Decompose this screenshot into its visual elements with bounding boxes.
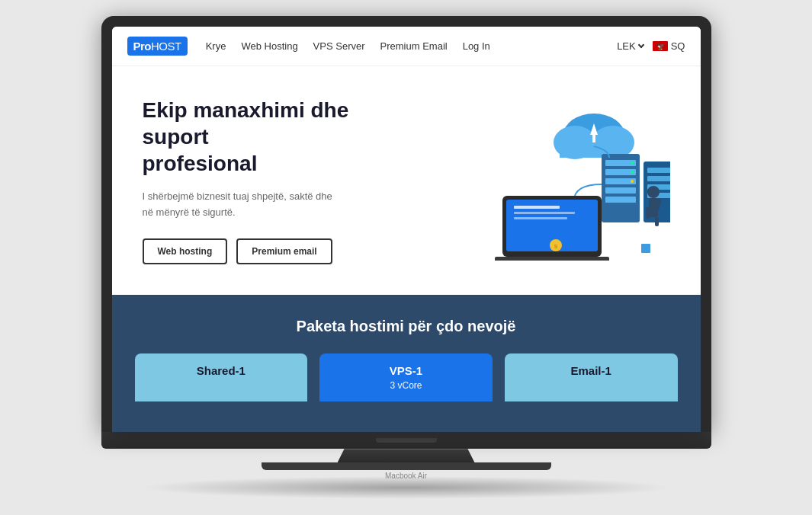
logo-host: HOST <box>151 40 181 53</box>
laptop-base <box>101 432 711 449</box>
laptop: ProHOST Krye Web Hosting VPS Server Prem… <box>101 16 711 500</box>
laptop-stand <box>338 449 475 462</box>
svg-rect-12 <box>605 187 636 194</box>
language-label: SQ <box>671 40 685 52</box>
package-sub-vps: 3 vCore <box>335 380 477 391</box>
packages-title: Paketa hostimi për çdo nevojë <box>135 318 678 335</box>
nav-web-hosting[interactable]: Web Hosting <box>241 40 297 52</box>
hero-left: Ekip manaxhimi dhe suport profesional I … <box>143 97 406 265</box>
packages-section: Paketa hostimi për çdo nevojë Shared-1 V… <box>112 295 701 432</box>
svg-point-28 <box>647 186 660 198</box>
nav-links: Krye Web Hosting VPS Server Premium Emai… <box>206 40 599 52</box>
laptop-foot <box>262 462 551 470</box>
hero-illustration: $ <box>457 101 670 261</box>
premium-email-button[interactable]: Premium email <box>236 238 332 264</box>
logo[interactable]: ProHOST <box>127 37 188 56</box>
hero-buttons: Web hosting Premium email <box>143 238 406 264</box>
svg-rect-18 <box>647 168 670 173</box>
laptop-notch <box>376 438 437 443</box>
svg-text:$: $ <box>554 243 557 250</box>
svg-rect-35 <box>641 244 650 253</box>
nav-right: LEK 🦅 SQ <box>617 40 685 52</box>
web-hosting-button[interactable]: Web hosting <box>143 238 228 264</box>
flag-icon: 🦅 <box>653 41 668 51</box>
package-card-email[interactable]: Email-1 <box>505 353 678 401</box>
screen-inner: ProHOST Krye Web Hosting VPS Server Prem… <box>112 27 701 433</box>
navbar: ProHOST Krye Web Hosting VPS Server Prem… <box>112 27 701 66</box>
svg-point-15 <box>631 171 634 174</box>
hero-section: Ekip manaxhimi dhe suport profesional I … <box>112 66 701 296</box>
package-label-shared: Shared-1 <box>197 364 246 377</box>
svg-rect-27 <box>495 257 609 261</box>
currency-label: LEK <box>617 40 636 52</box>
hero-right: $ <box>406 101 670 261</box>
nav-premium-email[interactable]: Premium Email <box>380 40 448 52</box>
svg-rect-19 <box>647 176 670 181</box>
screen-bezel: ProHOST Krye Web Hosting VPS Server Prem… <box>101 16 711 433</box>
hero-subtitle: I shërbejmë biznesit tuaj shpejtë, saktë… <box>143 189 387 221</box>
nav-krye[interactable]: Krye <box>206 40 226 52</box>
svg-rect-25 <box>514 212 575 214</box>
svg-rect-24 <box>514 206 560 209</box>
chevron-down-icon <box>637 42 644 48</box>
scene: ProHOST Krye Web Hosting VPS Server Prem… <box>0 0 812 515</box>
svg-point-16 <box>631 180 634 183</box>
svg-rect-26 <box>514 217 567 219</box>
nav-login[interactable]: Log In <box>463 40 490 52</box>
language-selector[interactable]: 🦅 SQ <box>653 40 685 52</box>
svg-text:🦅: 🦅 <box>656 42 665 51</box>
svg-rect-7 <box>592 135 595 142</box>
package-card-vps[interactable]: VPS-1 3 vCore <box>319 353 493 401</box>
svg-rect-32 <box>655 217 659 226</box>
packages-grid: Shared-1 VPS-1 3 vCore Email-1 <box>135 353 678 401</box>
laptop-shadow <box>140 476 673 499</box>
svg-rect-31 <box>646 207 650 219</box>
package-label-email: Email-1 <box>570 364 611 377</box>
currency-selector[interactable]: LEK <box>617 40 644 52</box>
svg-point-14 <box>631 162 634 165</box>
package-card-shared[interactable]: Shared-1 <box>135 353 308 401</box>
package-label-vps: VPS-1 <box>390 364 422 377</box>
hero-title: Ekip manaxhimi dhe suport profesional <box>143 97 406 177</box>
svg-rect-13 <box>605 197 636 203</box>
logo-pro: Pro <box>133 40 152 53</box>
nav-vps-server[interactable]: VPS Server <box>313 40 365 52</box>
